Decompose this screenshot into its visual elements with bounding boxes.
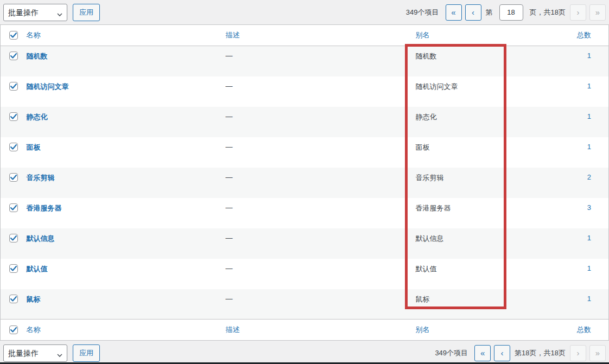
table-row: 香港服务器 — 香港服务器 3 xyxy=(1,198,609,228)
page-status: 第18页，共18页 xyxy=(515,348,566,358)
select-all-checkbox[interactable] xyxy=(9,31,18,40)
tag-count-link[interactable]: 1 xyxy=(587,143,591,151)
next-page-button: › xyxy=(570,345,586,361)
select-all-cell xyxy=(1,25,24,46)
first-page-button[interactable]: « xyxy=(474,345,491,361)
tag-name-link[interactable]: 面板 xyxy=(27,143,41,151)
row-checkbox[interactable] xyxy=(9,264,18,273)
tag-description: — xyxy=(226,143,233,151)
bulk-action-select-wrap: 批量操作 xyxy=(3,344,67,362)
row-checkbox-cell xyxy=(1,137,24,168)
row-checkbox-cell xyxy=(1,228,24,259)
toolbar-top: 批量操作 应用 349个项目 « ‹ 第 页，共18页 › » xyxy=(0,0,609,24)
table-row: 默认值 — 默认值 1 xyxy=(1,259,609,289)
row-checkbox-cell xyxy=(1,46,24,76)
current-page-input[interactable] xyxy=(499,4,523,21)
bulk-action-select-bottom[interactable]: 批量操作 xyxy=(3,344,67,362)
tags-table: 名称 描述 别名 总数 随机数 — 随机数 1 随机访问文章 — 随机访问文章 … xyxy=(0,24,609,341)
row-checkbox-cell xyxy=(1,198,24,228)
tag-slug: 默认信息 xyxy=(416,234,444,242)
last-page-button: » xyxy=(589,4,606,21)
tag-count-link[interactable]: 1 xyxy=(587,295,591,303)
tag-count-link[interactable]: 1 xyxy=(587,82,591,90)
row-checkbox[interactable] xyxy=(9,203,18,212)
toolbar-bottom: 批量操作 应用 349个项目 « ‹ 第18页，共18页 › » xyxy=(0,341,609,364)
tag-count-link[interactable]: 3 xyxy=(587,203,591,212)
tag-description: — xyxy=(226,295,233,303)
items-count: 349个项目 xyxy=(406,8,439,17)
tag-name-link[interactable]: 随机访问文章 xyxy=(27,82,69,91)
tag-slug: 香港服务器 xyxy=(416,204,451,212)
prev-page-button[interactable]: ‹ xyxy=(494,345,510,361)
items-count: 349个项目 xyxy=(435,348,468,358)
tag-count-link[interactable]: 1 xyxy=(587,52,591,60)
table-row: 随机数 — 随机数 1 xyxy=(1,46,609,76)
tag-slug: 随机数 xyxy=(416,52,437,60)
tag-count-link[interactable]: 2 xyxy=(587,173,591,181)
tag-count-link[interactable]: 1 xyxy=(587,264,591,272)
row-checkbox-cell xyxy=(1,259,24,289)
header-description[interactable]: 描述 xyxy=(226,325,240,334)
tag-description: — xyxy=(226,173,233,181)
row-checkbox[interactable] xyxy=(9,112,18,121)
header-name[interactable]: 名称 xyxy=(27,325,41,334)
tag-slug: 静态化 xyxy=(416,113,437,121)
tag-slug: 随机访问文章 xyxy=(416,82,458,91)
tag-name-link[interactable]: 静态化 xyxy=(27,113,48,121)
row-checkbox[interactable] xyxy=(9,234,18,242)
tag-count-link[interactable]: 1 xyxy=(587,112,591,120)
tag-name-link[interactable]: 默认值 xyxy=(27,265,48,273)
tag-description: — xyxy=(226,264,233,272)
tag-slug: 面板 xyxy=(416,143,430,151)
tag-description: — xyxy=(226,112,233,120)
next-page-button: › xyxy=(570,4,586,21)
table-row: 随机访问文章 — 随机访问文章 1 xyxy=(1,76,609,107)
tag-description: — xyxy=(226,234,233,242)
apply-button-bottom[interactable]: 应用 xyxy=(73,344,100,362)
row-checkbox[interactable] xyxy=(9,143,18,151)
table-body: 随机数 — 随机数 1 随机访问文章 — 随机访问文章 1 静态化 — 静态化 … xyxy=(1,46,609,320)
table-row: 静态化 — 静态化 1 xyxy=(1,107,609,137)
apply-button[interactable]: 应用 xyxy=(73,4,100,21)
row-checkbox[interactable] xyxy=(9,173,18,182)
tag-name-link[interactable]: 鼠标 xyxy=(27,295,41,303)
tag-description: — xyxy=(226,203,233,212)
header-slug[interactable]: 别名 xyxy=(416,31,430,39)
table-row: 面板 — 面板 1 xyxy=(1,137,609,168)
header-count[interactable]: 总数 xyxy=(577,31,591,39)
header-name[interactable]: 名称 xyxy=(27,31,41,39)
tag-description: — xyxy=(226,82,233,90)
table-row: 鼠标 — 鼠标 1 xyxy=(1,289,609,320)
first-page-button[interactable]: « xyxy=(446,4,462,21)
row-checkbox-cell xyxy=(1,76,24,107)
tag-name-link[interactable]: 香港服务器 xyxy=(27,204,62,212)
tag-slug: 音乐剪辑 xyxy=(416,174,444,182)
row-checkbox-cell xyxy=(1,289,24,320)
tag-slug: 默认值 xyxy=(416,265,437,273)
select-all-cell xyxy=(1,320,24,341)
table-row: 默认信息 — 默认信息 1 xyxy=(1,228,609,259)
bulk-action-select[interactable]: 批量操作 xyxy=(3,4,67,21)
tag-slug: 鼠标 xyxy=(416,295,430,303)
header-slug[interactable]: 别名 xyxy=(416,325,430,334)
table-header: 名称 描述 别名 总数 xyxy=(1,25,609,46)
row-checkbox-cell xyxy=(1,107,24,137)
select-all-checkbox[interactable] xyxy=(9,325,18,334)
tag-count-link[interactable]: 1 xyxy=(587,234,591,242)
tag-name-link[interactable]: 随机数 xyxy=(27,52,48,60)
tag-description: — xyxy=(226,52,233,60)
header-count[interactable]: 总数 xyxy=(577,325,591,334)
row-checkbox[interactable] xyxy=(9,82,18,91)
page-label-suffix: 页，共18页 xyxy=(530,8,566,17)
header-description[interactable]: 描述 xyxy=(226,31,240,39)
row-checkbox[interactable] xyxy=(9,295,18,303)
prev-page-button[interactable]: ‹ xyxy=(465,4,481,21)
bulk-action-select-wrap: 批量操作 xyxy=(3,4,67,21)
tag-name-link[interactable]: 音乐剪辑 xyxy=(27,174,55,182)
table-row: 音乐剪辑 — 音乐剪辑 2 xyxy=(1,168,609,198)
tag-name-link[interactable]: 默认信息 xyxy=(27,234,55,242)
last-page-button: » xyxy=(589,345,606,361)
row-checkbox[interactable] xyxy=(9,52,18,60)
row-checkbox-cell xyxy=(1,168,24,198)
page-label-prefix: 第 xyxy=(486,8,493,17)
